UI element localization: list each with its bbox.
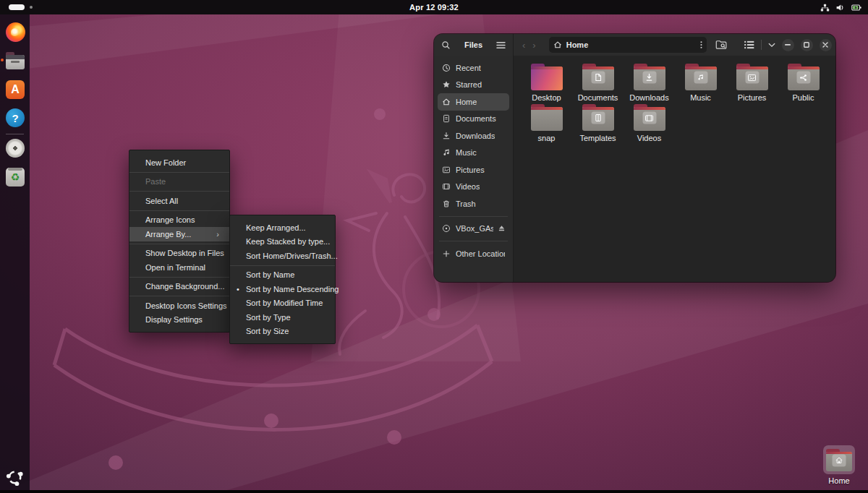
view-options-dropdown[interactable] (768, 43, 775, 48)
window-header[interactable]: Files ‹ › Home (434, 34, 835, 56)
dock-help-button[interactable]: ? (5, 108, 25, 128)
workspace-indicator[interactable] (9, 4, 33, 10)
forward-button[interactable]: › (532, 40, 535, 51)
pictures-folder-icon (736, 64, 769, 90)
hamburger-menu-button[interactable] (496, 41, 506, 49)
dock-ubuntu-software-button[interactable]: A (5, 80, 25, 100)
sidebar-item-label: Home (456, 98, 477, 106)
menu-item-change-background[interactable]: Change Background... (129, 280, 229, 294)
sidebar-separator (439, 216, 508, 217)
folder-public[interactable]: Public (778, 62, 829, 103)
help-icon: ? (6, 108, 25, 127)
plus-icon (442, 249, 451, 258)
snap-folder-icon (530, 104, 563, 131)
folder-videos[interactable]: Videos (624, 103, 675, 143)
sidebar-item-pictures[interactable]: Pictures (438, 161, 509, 179)
menu-item-keep-stacked-by-type[interactable]: Keep Stacked by type... (230, 235, 335, 249)
folder-label: Documents (578, 93, 618, 102)
dock-trash-button[interactable]: ♻ (5, 167, 25, 187)
menu-item-arrange-by[interactable]: Arrange By... › (129, 227, 229, 241)
disc-icon (442, 224, 451, 233)
sidebar-item-home[interactable]: Home (438, 93, 509, 111)
arrange-by-submenu: Keep Arranged... Keep Stacked by type...… (229, 215, 336, 344)
ubuntu-software-icon: A (6, 80, 25, 99)
dock-firefox-button[interactable] (5, 22, 25, 42)
folder-templates[interactable]: Templates (572, 103, 624, 143)
menu-item-label: Sort by Name Descending (246, 285, 339, 293)
ubuntu-logo-icon (5, 468, 25, 487)
eject-button[interactable] (498, 224, 505, 233)
menu-item-sort-home-drives-trash[interactable]: Sort Home/Drives/Trash... (230, 249, 335, 263)
file-view[interactable]: Desktop Documents Downloads (514, 56, 835, 282)
workspace-dot (30, 6, 33, 9)
sidebar-item-label: Starred (456, 80, 482, 89)
dock-files-button[interactable] (5, 51, 25, 71)
folder-pictures[interactable]: Pictures (726, 62, 778, 103)
dock-removable-disk-button[interactable] (5, 138, 25, 158)
sidebar-item-label: Trash (456, 200, 476, 208)
menu-item-select-all[interactable]: Select All (129, 194, 229, 208)
desktop: Apr 12 09:32 A ? (0, 0, 868, 493)
desktop-home-icon[interactable]: Home (822, 445, 856, 485)
maximize-button[interactable] (801, 39, 813, 51)
search-in-folder-button[interactable] (715, 40, 728, 50)
menu-item-keep-arranged[interactable]: Keep Arranged... (230, 220, 335, 235)
sidebar-item-downloads[interactable]: Downloads (438, 127, 509, 145)
search-button[interactable] (441, 40, 451, 50)
history-nav: ‹ › (522, 40, 536, 51)
back-button[interactable]: ‹ (522, 40, 525, 51)
folder-documents[interactable]: Documents (572, 62, 624, 103)
header-actions (715, 39, 832, 51)
menu-item-display-settings[interactable]: Display Settings (129, 313, 229, 327)
sidebar-item-videos[interactable]: Videos (438, 179, 509, 196)
system-status-area[interactable] (820, 1, 862, 13)
sidebar-item-label: Recent (456, 64, 481, 72)
close-button[interactable] (820, 39, 832, 51)
sidebar-item-music[interactable]: Music (438, 145, 509, 162)
folder-desktop[interactable]: Desktop (521, 62, 572, 103)
sidebar-item-starred[interactable]: Starred (438, 77, 509, 94)
home-folder-icon (825, 449, 853, 471)
folder-label: Pictures (738, 93, 767, 102)
sidebar-item-trash[interactable]: Trash (438, 195, 509, 213)
folder-label: Videos (637, 134, 661, 142)
folder-downloads[interactable]: Downloads (624, 62, 675, 103)
sidebar-item-other-locations[interactable]: Other Locations (438, 245, 509, 262)
templates-folder-icon (582, 104, 615, 131)
trash-icon (442, 200, 451, 208)
sidebar-item-recent[interactable]: Recent (438, 59, 509, 77)
minimize-button[interactable] (782, 39, 794, 51)
home-icon (442, 98, 451, 106)
menu-item-sort-by-name-descending[interactable]: • Sort by Name Descending (230, 282, 335, 296)
sidebar-item-label: Documents (456, 114, 496, 123)
firefox-icon (6, 22, 25, 42)
menu-item-desktop-icons-settings[interactable]: Desktop Icons Settings (129, 299, 229, 313)
menu-item-sort-by-type[interactable]: Sort by Type (230, 310, 335, 325)
menu-item-open-in-terminal[interactable]: Open in Terminal (129, 260, 229, 275)
menu-separator (129, 191, 229, 192)
clock[interactable]: Apr 12 09:32 (409, 3, 459, 12)
menu-item-paste[interactable]: Paste (129, 175, 229, 189)
menu-item-new-folder[interactable]: New Folder (129, 155, 229, 170)
sidebar-item-documents[interactable]: Documents (438, 111, 509, 128)
menu-item-sort-by-size[interactable]: Sort by Size (230, 325, 335, 339)
eject-icon (498, 225, 505, 231)
menu-item-sort-by-modified-time[interactable]: Sort by Modified Time (230, 296, 335, 311)
sidebar-item-label: Pictures (456, 166, 485, 174)
share-emblem-icon (796, 72, 810, 84)
desktop-folder-icon (530, 64, 563, 90)
location-options-button[interactable] (700, 40, 702, 49)
menu-separator (129, 172, 229, 173)
home-emblem-icon (833, 454, 846, 466)
folder-snap[interactable]: snap (521, 103, 572, 143)
menu-item-sort-by-name[interactable]: Sort by Name (230, 268, 335, 283)
sidebar-item-vbox-gas[interactable]: VBox_GAs... (438, 220, 509, 238)
desktop-context-menu: New Folder Paste Select All Arrange Icon… (129, 150, 230, 333)
menu-item-arrange-icons[interactable]: Arrange Icons (129, 213, 229, 228)
menu-item-show-desktop-in-files[interactable]: Show Desktop in Files (129, 246, 229, 261)
folder-label: Downloads (629, 93, 668, 102)
path-bar[interactable]: Home (549, 37, 707, 53)
list-view-toggle-button[interactable] (744, 40, 754, 49)
show-applications-button[interactable] (5, 468, 25, 487)
folder-music[interactable]: Music (675, 62, 726, 103)
